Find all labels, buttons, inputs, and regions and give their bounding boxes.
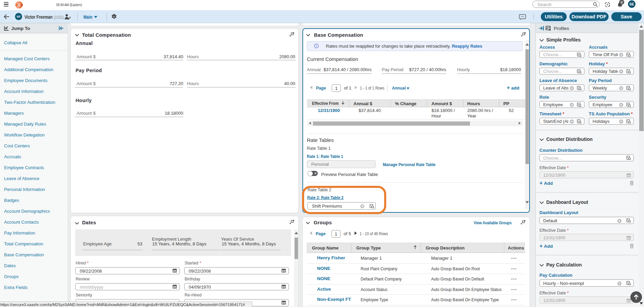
svg-text:?: ? [607, 3, 609, 6]
